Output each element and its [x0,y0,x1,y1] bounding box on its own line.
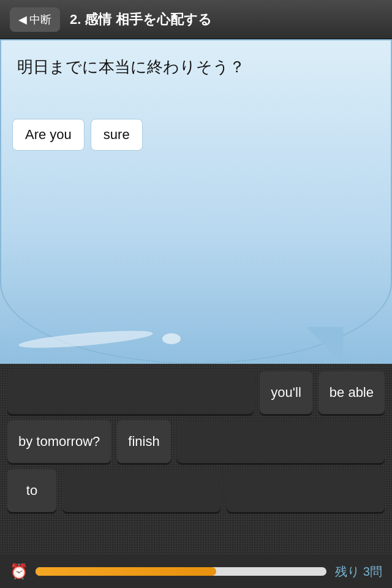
progress-bar [36,567,326,576]
word-row-2: by tomorrow? finish [7,420,385,463]
question-text: 明日までに本当に終わりそう？ [17,56,245,78]
back-arrow-icon: ◀ [18,13,27,26]
word-btn-empty-1 [7,371,254,414]
remaining-text: 残り 3問 [335,564,382,580]
word-btn-youll[interactable]: you'll [260,371,312,414]
header-title: 2. 感情 相手を心配する [70,10,212,29]
answer-slot-1[interactable]: Are you [12,119,85,151]
answer-slots: Are you sure [12,119,368,151]
word-row-1: you'll be able [7,371,385,414]
word-btn-empty-2 [177,420,385,463]
word-btn-bytomorrow[interactable]: by tomorrow? [7,420,111,463]
header: ◀ 中断 2. 感情 相手を心配する [0,0,392,39]
word-btn-finish[interactable]: finish [117,420,170,463]
word-btn-empty-3 [62,469,221,512]
alarm-icon: ⏰ [10,563,28,580]
bubble-border [0,39,392,364]
bubble-area: 明日までに本当に終わりそう？ Are you sure [0,39,392,364]
answer-slot-2[interactable]: sure [91,119,143,151]
back-label: 中断 [29,12,51,27]
word-btn-beable[interactable]: be able [318,371,385,414]
bottom-bar: ⏰ 残り 3問 [0,555,392,588]
progress-bar-fill [36,567,216,576]
word-btn-to[interactable]: to [7,469,56,512]
bubble-shine2 [162,333,181,344]
back-button[interactable]: ◀ 中断 [10,7,60,32]
word-btn-empty-4 [227,469,385,512]
word-row-3: to [7,469,385,512]
